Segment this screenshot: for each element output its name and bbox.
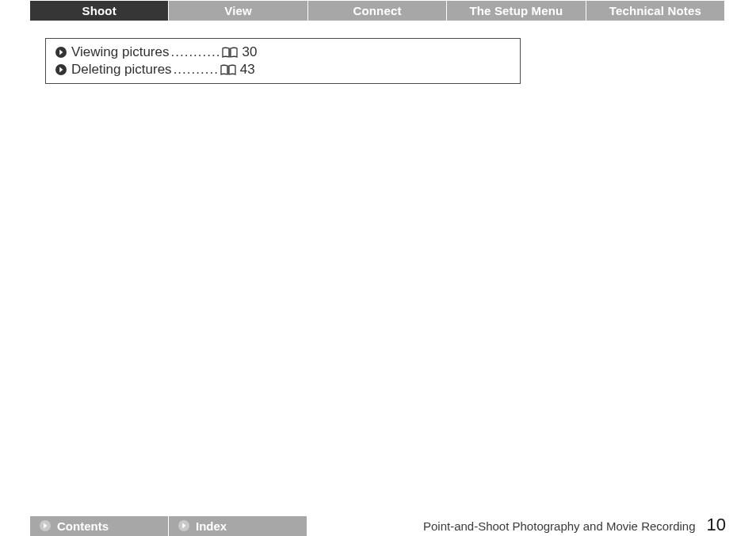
index-button[interactable]: Index	[169, 516, 307, 536]
tab-label: Connect	[353, 4, 401, 17]
footer: Contents Index Point-and-Shoot Photograp…	[30, 515, 726, 536]
contents-label: Contents	[57, 519, 109, 533]
toc-dots: ...........	[169, 44, 222, 60]
footer-right: Point-and-Shoot Photography and Movie Re…	[423, 515, 726, 536]
tab-label: Shoot	[82, 4, 116, 17]
toc-page: 43	[240, 62, 255, 78]
contents-button[interactable]: Contents	[30, 516, 168, 536]
tab-label: The Setup Menu	[469, 4, 563, 17]
arrow-circle-icon	[40, 520, 51, 531]
page-number: 10	[707, 515, 726, 535]
toc-link-deleting-pictures[interactable]: Deleting pictures .......... 43	[55, 61, 510, 78]
index-label: Index	[196, 519, 227, 533]
tab-label: Technical Notes	[609, 4, 701, 17]
tab-shoot[interactable]: Shoot	[30, 1, 169, 21]
footer-buttons: Contents Index	[30, 516, 307, 536]
arrow-circle-icon	[55, 64, 67, 75]
section-title: Point-and-Shoot Photography and Movie Re…	[423, 519, 696, 533]
tab-setup-menu[interactable]: The Setup Menu	[447, 1, 586, 21]
toc-page: 30	[242, 44, 257, 60]
arrow-circle-icon	[55, 47, 67, 58]
toc-box: Viewing pictures ........... 30 Deleting…	[45, 38, 521, 84]
book-icon	[222, 46, 238, 59]
toc-link-viewing-pictures[interactable]: Viewing pictures ........... 30	[55, 44, 510, 61]
toc-title: Viewing pictures	[71, 44, 169, 60]
tab-view[interactable]: View	[169, 1, 307, 21]
tab-label: View	[224, 4, 252, 17]
tab-technical-notes[interactable]: Technical Notes	[586, 1, 724, 21]
book-icon	[220, 63, 236, 76]
toc-title: Deleting pictures	[71, 62, 172, 78]
tab-connect[interactable]: Connect	[308, 1, 447, 21]
toc-dots: ..........	[172, 62, 220, 78]
top-tabs: Shoot View Connect The Setup Menu Techni…	[30, 1, 724, 21]
arrow-circle-icon	[178, 520, 189, 531]
